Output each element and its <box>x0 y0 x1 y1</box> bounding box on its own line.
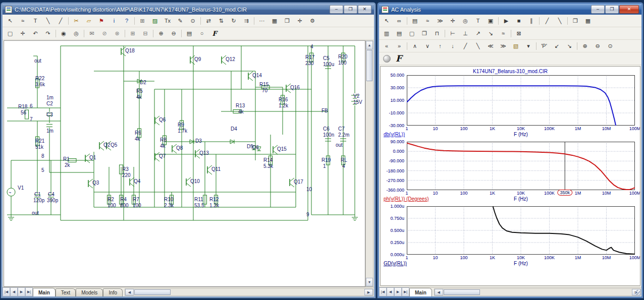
scroll-left-button[interactable]: ◀ <box>125 289 134 295</box>
schematic-label[interactable]: 1.7k <box>178 128 187 134</box>
schematic-canvas[interactable]: ~ outQ18Q9Q12R17230C5100uR201004D2Q14R15… <box>4 40 365 287</box>
attribute-icon[interactable]: ✎ <box>174 16 186 26</box>
schematic-label[interactable]: out <box>336 142 343 148</box>
zoom-area-icon[interactable]: ⊙ <box>604 41 616 51</box>
error-list-icon[interactable]: ⊘ <box>98 28 111 38</box>
dots-icon[interactable]: ⋯ <box>256 16 268 26</box>
schematic-label[interactable]: 800 <box>120 203 129 208</box>
schematic-label[interactable]: Q3 <box>92 180 99 186</box>
schematic-label[interactable]: 3.6k <box>35 82 45 87</box>
schematic-label[interactable]: 1.2k <box>209 203 219 208</box>
horizontal-scrollbar[interactable]: ◀ ▶ <box>434 288 641 296</box>
schematic-label[interactable]: R15 <box>259 82 269 87</box>
tab-info[interactable]: Info <box>103 288 123 296</box>
schematic-label[interactable]: R20 <box>338 54 347 59</box>
schematic-label[interactable]: D6 <box>252 145 259 150</box>
properties-icon[interactable]: ⚙ <box>306 16 318 26</box>
schematic-label[interactable]: 4 <box>342 163 345 169</box>
schematic-label[interactable]: Q15 <box>277 146 287 152</box>
schematic-label[interactable]: 8 <box>41 153 44 159</box>
data-points-icon[interactable]: ▥ <box>381 28 393 38</box>
scope-icon[interactable]: ∞ <box>393 16 405 26</box>
rotate-icon[interactable]: ↻ <box>228 16 240 26</box>
tab-scroll-button-3[interactable]: ▶| <box>402 287 409 296</box>
window-split-icon[interactable]: ❐ <box>281 16 293 26</box>
schematic-label[interactable]: 100 <box>133 203 141 208</box>
schematic-label[interactable]: 2.3k <box>164 203 174 208</box>
schematic-label[interactable]: R16 <box>279 97 288 102</box>
schematic-label[interactable]: Q1 <box>89 155 96 160</box>
schematic-label[interactable]: D4 <box>231 126 237 132</box>
minimize-button[interactable]: – <box>330 5 343 14</box>
schematic-label[interactable]: C7 <box>338 126 345 132</box>
schematic-label[interactable]: 100n <box>323 132 334 138</box>
schematic-label[interactable]: C4 <box>48 192 55 197</box>
normalize-icon[interactable]: ≈ <box>497 28 509 38</box>
slope-down-icon[interactable]: ╲ <box>472 41 484 51</box>
schematic-label[interactable]: R14 <box>263 157 273 163</box>
schematic-label[interactable]: V2 <box>353 93 359 99</box>
properties-icon[interactable]: ▣ <box>485 16 497 26</box>
vertical-cursor-icon[interactable]: ⊥ <box>459 28 471 38</box>
schematic-label[interactable]: Q14 <box>252 73 262 78</box>
zoom-in-icon[interactable]: ⊕ <box>155 28 167 38</box>
schematic-label[interactable]: 4k <box>160 143 166 149</box>
region-select-icon[interactable]: ▢ <box>4 28 16 38</box>
help-pointer-icon[interactable]: ? <box>121 16 133 26</box>
schematic-label[interactable]: 4k <box>238 109 244 114</box>
p-key-icon[interactable]: 'P' <box>538 41 550 51</box>
schematic-label[interactable]: R6 <box>135 130 141 136</box>
schematic-label[interactable]: C2 <box>46 101 53 106</box>
select-tool-icon[interactable]: ↖ <box>381 16 393 26</box>
schematic-label[interactable]: 390p <box>47 198 58 203</box>
probe-icon[interactable]: ◎ <box>459 16 471 26</box>
scroll-up-button[interactable]: ▲ <box>366 41 373 49</box>
plot-area[interactable] <box>407 142 635 190</box>
schematic-label[interactable]: 56 <box>21 110 26 115</box>
plot-panel[interactable]: K174UN7_Belarus-310_mod.CIR50.00030.0001… <box>380 66 640 286</box>
schematic-label[interactable]: Q11 <box>211 166 221 172</box>
horizontal-cursor-icon[interactable]: ⊢ <box>447 28 459 38</box>
cursor-mode-icon[interactable]: ✛ <box>447 16 459 26</box>
valley-icon[interactable]: ∨ <box>421 41 434 51</box>
schematic-titlebar[interactable]: C:\MC9\DATA\Petrov\switching distortion\… <box>3 4 374 15</box>
close-button[interactable]: ✕ <box>619 5 639 14</box>
text-tool-icon[interactable]: T <box>472 16 484 26</box>
schematic-label[interactable]: FB <box>321 108 328 113</box>
schematic-label[interactable]: C3 <box>46 112 53 117</box>
schematic-label[interactable]: Q4 <box>134 178 140 184</box>
schematic-label[interactable]: R12 <box>209 197 219 202</box>
schematic-label[interactable]: 4k <box>135 136 140 142</box>
cursor-prev-icon[interactable]: « <box>381 41 393 51</box>
schematic-label[interactable]: Q10 <box>190 178 200 184</box>
schematic-label[interactable]: 53.5 <box>194 203 204 208</box>
tab-scroll-button-2[interactable]: ▶ <box>394 287 402 296</box>
maximize-button[interactable]: ❐ <box>344 5 357 14</box>
sphere-icon[interactable] <box>383 55 391 63</box>
schematic-label[interactable]: R19 <box>321 157 331 163</box>
cancel-icon[interactable]: ⊗ <box>111 28 123 38</box>
grid-icon[interactable]: ▦ <box>582 16 594 26</box>
schematic-label[interactable]: R10 <box>164 197 173 202</box>
schematic-label[interactable]: 4 <box>310 44 313 49</box>
analysis-limits-icon[interactable]: ▤ <box>409 16 421 26</box>
schematic-label[interactable]: Q8 <box>176 145 183 151</box>
schematic-label[interactable]: Q17 <box>294 179 303 185</box>
schematic-label[interactable]: R9 <box>178 122 184 128</box>
schematic-label[interactable]: Q2 <box>103 142 110 148</box>
maximize-button[interactable]: ❐ <box>605 5 619 14</box>
peak-icon[interactable]: ∧ <box>409 41 421 51</box>
schematic-label[interactable]: R1 <box>63 156 70 162</box>
schematic-label[interactable]: 5 <box>41 167 44 173</box>
function-f-icon[interactable]: F <box>396 53 402 64</box>
pause-icon[interactable]: ∥ <box>525 16 538 26</box>
schematic-label[interactable]: R11 <box>194 197 203 202</box>
text-box-icon[interactable]: Tx <box>162 16 174 26</box>
ring-icon[interactable]: ○ <box>196 28 208 38</box>
schematic-label[interactable]: 2.2m <box>338 132 349 138</box>
tab-scroll-button-3[interactable]: ▶| <box>25 287 33 296</box>
tab-models[interactable]: Models <box>76 288 103 296</box>
stop-icon[interactable]: ■ <box>513 16 525 26</box>
color-swatch-icon[interactable]: ▨ <box>149 16 161 26</box>
tab-main[interactable]: Main <box>409 288 432 296</box>
